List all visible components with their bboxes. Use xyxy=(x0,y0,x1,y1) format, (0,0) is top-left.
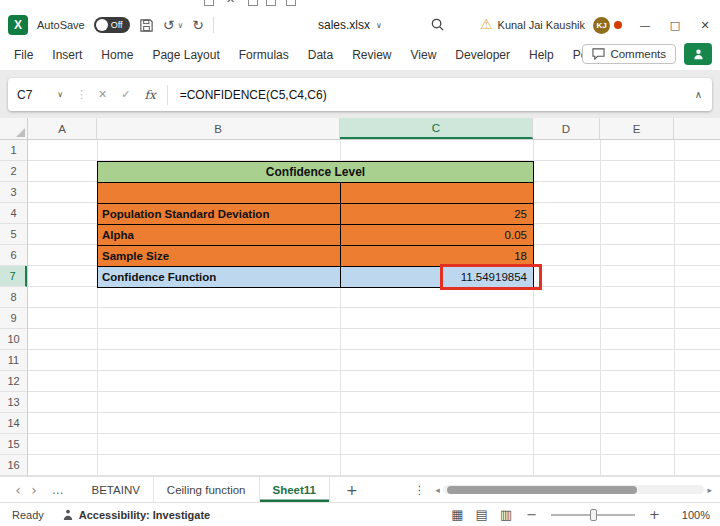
warning-icon[interactable]: ⚠ xyxy=(480,16,493,32)
cancel-icon[interactable]: ✕ xyxy=(91,88,114,101)
cell-C7-value[interactable]: 11.54919854 xyxy=(341,267,533,287)
horizontal-scrollbar[interactable]: ◂ ▸ xyxy=(435,485,712,495)
insert-function-icon[interactable]: fx xyxy=(137,88,162,102)
cell-C5-value[interactable]: 0.05 xyxy=(341,225,533,245)
column-headers: A B C D E xyxy=(28,118,720,140)
row-header-16[interactable]: 16 xyxy=(0,455,27,476)
drag-handle-icon[interactable]: ⋮ xyxy=(72,88,91,101)
sheet-nav-left-icon[interactable]: ‹ xyxy=(10,482,26,498)
row-header-7[interactable]: 7 xyxy=(0,266,27,287)
row-header-14[interactable]: 14 xyxy=(0,413,27,434)
undo-icon[interactable]: ↺ xyxy=(163,17,175,33)
accessibility-label: Accessibility: Investigate xyxy=(79,509,210,521)
comments-button[interactable]: Comments xyxy=(582,44,676,64)
row-header-1[interactable]: 1 xyxy=(0,140,27,161)
formula-input[interactable]: =CONFIDENCE(C5,C4,C6) xyxy=(172,88,685,102)
cell-B4-label[interactable]: Population Standard Deviation xyxy=(98,204,341,224)
row-header-3[interactable]: 3 xyxy=(0,182,27,203)
tab-data[interactable]: Data xyxy=(308,48,333,62)
table-row[interactable]: Alpha 0.05 xyxy=(98,225,533,246)
table-row[interactable]: Sample Size 18 xyxy=(98,246,533,267)
avatar[interactable]: KJ xyxy=(593,17,610,34)
scrollbar-track[interactable] xyxy=(443,485,705,494)
save-icon[interactable] xyxy=(139,18,154,33)
spreadsheet-cells[interactable]: Confidence Level Population Standard Dev… xyxy=(28,140,720,476)
row-header-2[interactable]: 2 xyxy=(0,161,27,182)
close-button[interactable]: ✕ xyxy=(690,10,720,40)
sheet-tab-betainv[interactable]: BETAINV xyxy=(79,477,154,502)
table-row-active[interactable]: Confidence Function 11.54919854 xyxy=(98,267,533,288)
sheet-more-icon[interactable]: ⋮ xyxy=(414,483,426,497)
cell-C4-value[interactable]: 25 xyxy=(341,204,533,224)
share-person-icon xyxy=(692,48,705,61)
tab-developer[interactable]: Developer xyxy=(455,48,510,62)
minimize-button[interactable]: — xyxy=(630,10,660,40)
cell-B3[interactable] xyxy=(98,183,341,203)
select-all-corner[interactable] xyxy=(0,118,28,140)
row-header-12[interactable]: 12 xyxy=(0,371,27,392)
excel-logo-icon[interactable]: X xyxy=(8,15,28,35)
tab-insert[interactable]: Insert xyxy=(52,48,82,62)
cell-B6-label[interactable]: Sample Size xyxy=(98,246,341,266)
row-header-8[interactable]: 8 xyxy=(0,287,27,308)
column-header-c[interactable]: C xyxy=(340,118,533,139)
accessibility-checker[interactable]: Accessibility: Investigate xyxy=(62,509,210,521)
row-header-10[interactable]: 10 xyxy=(0,329,27,350)
zoom-slider[interactable] xyxy=(551,514,635,516)
tab-help[interactable]: Help xyxy=(529,48,554,62)
column-header-a[interactable]: A xyxy=(28,118,97,139)
normal-view-icon[interactable]: ▦ xyxy=(451,507,463,522)
undo-dropdown-icon[interactable]: ∨ xyxy=(177,21,183,30)
enter-icon[interactable]: ✓ xyxy=(114,88,137,101)
row-header-9[interactable]: 9 xyxy=(0,308,27,329)
tab-home[interactable]: Home xyxy=(101,48,133,62)
cell-C6-value[interactable]: 18 xyxy=(341,246,533,266)
tab-review[interactable]: Review xyxy=(352,48,391,62)
scroll-right-icon[interactable]: ▸ xyxy=(707,485,712,495)
page-break-view-icon[interactable]: ▥ xyxy=(500,507,512,522)
cell-B5-label[interactable]: Alpha xyxy=(98,225,341,245)
row-header-4[interactable]: 4 xyxy=(0,203,27,224)
zoom-in-button[interactable]: + xyxy=(647,507,662,522)
tab-view[interactable]: View xyxy=(411,48,437,62)
zoom-slider-knob[interactable] xyxy=(590,509,597,521)
sheet-nav-right-icon[interactable]: › xyxy=(26,482,42,498)
search-icon[interactable] xyxy=(430,17,445,35)
zoom-out-button[interactable]: − xyxy=(524,507,539,522)
file-name-menu[interactable]: sales.xlsx ∨ xyxy=(318,10,382,40)
redo-icon[interactable]: ↻ xyxy=(192,17,204,33)
user-name[interactable]: Kunal Jai Kaushik xyxy=(498,19,585,31)
sheet-tab-sheet11[interactable]: Sheet11 xyxy=(260,477,330,502)
share-button[interactable] xyxy=(684,43,712,65)
table-title-row[interactable]: Confidence Level xyxy=(98,162,533,183)
tab-formulas[interactable]: Formulas xyxy=(239,48,289,62)
new-sheet-button[interactable]: + xyxy=(346,482,358,498)
maximize-button[interactable]: □ xyxy=(660,10,690,40)
tab-file[interactable]: File xyxy=(14,48,33,62)
column-header-b[interactable]: B xyxy=(97,118,340,139)
sheet-overflow-icon[interactable]: … xyxy=(52,483,65,497)
excel-window: ✕ X AutoSave Off ↺ ∨ ↻ sales.xlsx ∨ xyxy=(0,0,720,526)
row-header-5[interactable]: 5 xyxy=(0,224,27,245)
autosave-state: Off xyxy=(111,20,123,30)
zoom-level[interactable]: 100% xyxy=(674,509,710,521)
tab-page-layout[interactable]: Page Layout xyxy=(152,48,219,62)
row-header-15[interactable]: 15 xyxy=(0,434,27,455)
cell-B7-label[interactable]: Confidence Function xyxy=(98,267,341,287)
row-header-11[interactable]: 11 xyxy=(0,350,27,371)
autosave-toggle[interactable]: Off xyxy=(94,17,130,33)
row-header-6[interactable]: 6 xyxy=(0,245,27,266)
column-header-e[interactable]: E xyxy=(600,118,674,139)
page-layout-view-icon[interactable]: ▤ xyxy=(476,507,488,522)
table-row[interactable]: Population Standard Deviation 25 xyxy=(98,204,533,225)
scroll-left-icon[interactable]: ◂ xyxy=(435,485,440,495)
gridline xyxy=(674,140,675,476)
column-header-d[interactable]: D xyxy=(533,118,600,139)
sheet-tab-ceiling-function[interactable]: Ceiling function xyxy=(154,477,260,502)
name-box[interactable]: C7 ∨ xyxy=(8,88,72,102)
collapse-formula-bar-icon[interactable]: ∧ xyxy=(685,89,712,100)
row-header-13[interactable]: 13 xyxy=(0,392,27,413)
scrollbar-thumb[interactable] xyxy=(447,486,637,494)
cell-C3[interactable] xyxy=(341,183,533,203)
table-empty-row[interactable] xyxy=(98,183,533,204)
